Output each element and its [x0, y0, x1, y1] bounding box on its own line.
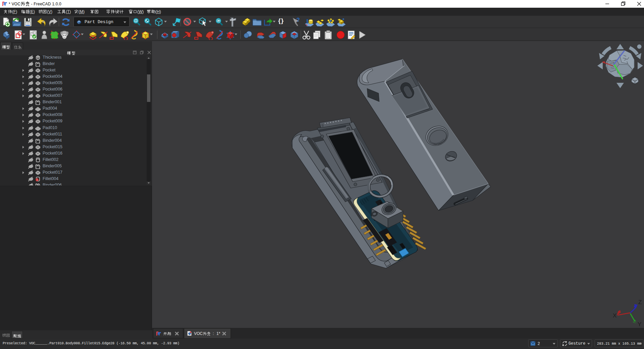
svg-text:Z: Z: [638, 299, 642, 305]
svg-text:Y: Y: [638, 321, 641, 328]
svg-text:?: ?: [296, 17, 300, 23]
svg-text:X: X: [613, 312, 616, 319]
